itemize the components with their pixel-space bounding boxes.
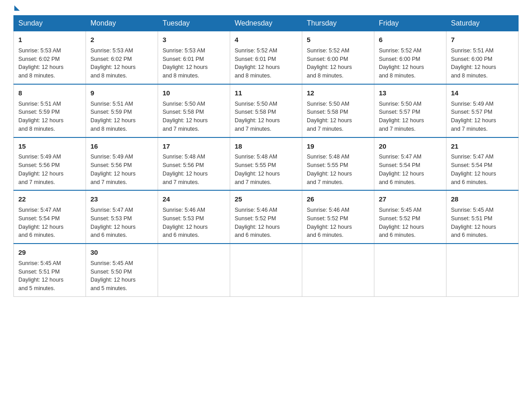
calendar-cell: 16Sunrise: 5:49 AMSunset: 5:56 PMDayligh…: [86, 137, 158, 191]
calendar-week-row: 29Sunrise: 5:45 AMSunset: 5:51 PMDayligh…: [14, 244, 519, 296]
calendar-cell: 6Sunrise: 5:52 AMSunset: 6:00 PMDaylight…: [374, 31, 446, 84]
day-number: 27: [379, 194, 442, 204]
column-header-monday: Monday: [86, 16, 158, 31]
day-number: 20: [379, 141, 442, 151]
day-number: 6: [379, 35, 442, 45]
day-info: Sunrise: 5:53 AMSunset: 6:02 PMDaylight:…: [18, 47, 81, 80]
calendar-cell: 18Sunrise: 5:48 AMSunset: 5:55 PMDayligh…: [230, 137, 302, 191]
day-number: 16: [90, 141, 153, 151]
calendar-cell: [302, 244, 374, 296]
day-info: Sunrise: 5:45 AMSunset: 5:52 PMDaylight:…: [379, 206, 442, 240]
day-number: 24: [163, 194, 225, 204]
calendar-cell: 13Sunrise: 5:50 AMSunset: 5:57 PMDayligh…: [374, 84, 446, 137]
day-number: 30: [90, 248, 153, 257]
calendar-cell: 11Sunrise: 5:50 AMSunset: 5:58 PMDayligh…: [230, 84, 302, 137]
day-number: 5: [307, 35, 369, 45]
calendar-cell: 19Sunrise: 5:48 AMSunset: 5:55 PMDayligh…: [302, 137, 374, 191]
day-number: 12: [307, 88, 369, 98]
calendar-cell: 30Sunrise: 5:45 AMSunset: 5:50 PMDayligh…: [86, 244, 158, 296]
column-header-saturday: Saturday: [446, 16, 519, 31]
day-info: Sunrise: 5:47 AMSunset: 5:54 PMDaylight:…: [379, 153, 442, 186]
calendar-table: SundayMondayTuesdayWednesdayThursdayFrid…: [13, 15, 519, 297]
calendar-cell: 8Sunrise: 5:51 AMSunset: 5:59 PMDaylight…: [14, 84, 86, 137]
day-info: Sunrise: 5:50 AMSunset: 5:58 PMDaylight:…: [163, 100, 225, 133]
calendar-cell: 3Sunrise: 5:53 AMSunset: 6:01 PMDaylight…: [158, 31, 230, 84]
calendar-cell: 28Sunrise: 5:45 AMSunset: 5:51 PMDayligh…: [446, 190, 519, 244]
day-number: 7: [451, 35, 514, 45]
day-info: Sunrise: 5:45 AMSunset: 5:51 PMDaylight:…: [451, 206, 514, 240]
header: [13, 9, 519, 11]
calendar-cell: 1Sunrise: 5:53 AMSunset: 6:02 PMDaylight…: [14, 31, 86, 84]
day-number: 10: [163, 88, 225, 98]
calendar-week-row: 15Sunrise: 5:49 AMSunset: 5:56 PMDayligh…: [14, 137, 519, 191]
day-number: 11: [235, 88, 297, 98]
day-info: Sunrise: 5:48 AMSunset: 5:55 PMDaylight:…: [307, 153, 369, 186]
calendar-cell: [230, 244, 302, 296]
day-info: Sunrise: 5:50 AMSunset: 5:58 PMDaylight:…: [235, 100, 297, 133]
day-info: Sunrise: 5:46 AMSunset: 5:53 PMDaylight:…: [163, 206, 225, 240]
calendar-cell: 22Sunrise: 5:47 AMSunset: 5:54 PMDayligh…: [14, 190, 86, 244]
calendar-cell: [446, 244, 519, 296]
calendar-cell: 5Sunrise: 5:52 AMSunset: 6:00 PMDaylight…: [302, 31, 374, 84]
day-number: 3: [163, 35, 225, 45]
day-info: Sunrise: 5:53 AMSunset: 6:02 PMDaylight:…: [90, 47, 153, 80]
calendar-week-row: 22Sunrise: 5:47 AMSunset: 5:54 PMDayligh…: [14, 190, 519, 244]
calendar-header-row: SundayMondayTuesdayWednesdayThursdayFrid…: [14, 16, 519, 31]
day-info: Sunrise: 5:51 AMSunset: 5:59 PMDaylight:…: [18, 100, 81, 133]
calendar-week-row: 1Sunrise: 5:53 AMSunset: 6:02 PMDaylight…: [14, 31, 519, 84]
day-info: Sunrise: 5:50 AMSunset: 5:57 PMDaylight:…: [379, 100, 442, 133]
calendar-cell: 25Sunrise: 5:46 AMSunset: 5:52 PMDayligh…: [230, 190, 302, 244]
day-info: Sunrise: 5:48 AMSunset: 5:56 PMDaylight:…: [163, 153, 225, 186]
day-info: Sunrise: 5:51 AMSunset: 5:59 PMDaylight:…: [90, 100, 153, 133]
calendar-cell: 21Sunrise: 5:47 AMSunset: 5:54 PMDayligh…: [446, 137, 519, 191]
column-header-sunday: Sunday: [14, 16, 86, 31]
day-number: 19: [307, 141, 369, 151]
day-info: Sunrise: 5:45 AMSunset: 5:51 PMDaylight:…: [18, 259, 81, 293]
day-info: Sunrise: 5:49 AMSunset: 5:56 PMDaylight:…: [18, 153, 81, 186]
column-header-friday: Friday: [374, 16, 446, 31]
calendar-cell: [374, 244, 446, 296]
day-number: 8: [18, 88, 81, 98]
day-number: 15: [18, 141, 81, 151]
calendar-cell: 24Sunrise: 5:46 AMSunset: 5:53 PMDayligh…: [158, 190, 230, 244]
calendar-cell: 9Sunrise: 5:51 AMSunset: 5:59 PMDaylight…: [86, 84, 158, 137]
calendar-cell: 17Sunrise: 5:48 AMSunset: 5:56 PMDayligh…: [158, 137, 230, 191]
calendar-cell: 15Sunrise: 5:49 AMSunset: 5:56 PMDayligh…: [14, 137, 86, 191]
day-info: Sunrise: 5:46 AMSunset: 5:52 PMDaylight:…: [235, 206, 297, 240]
calendar-cell: 26Sunrise: 5:46 AMSunset: 5:52 PMDayligh…: [302, 190, 374, 244]
calendar-cell: 27Sunrise: 5:45 AMSunset: 5:52 PMDayligh…: [374, 190, 446, 244]
day-info: Sunrise: 5:53 AMSunset: 6:01 PMDaylight:…: [163, 47, 225, 80]
day-info: Sunrise: 5:52 AMSunset: 6:01 PMDaylight:…: [235, 47, 297, 80]
day-number: 18: [235, 141, 297, 151]
day-number: 23: [90, 194, 153, 204]
day-number: 9: [90, 88, 153, 98]
day-number: 1: [18, 35, 81, 45]
column-header-tuesday: Tuesday: [158, 16, 230, 31]
day-info: Sunrise: 5:50 AMSunset: 5:58 PMDaylight:…: [307, 100, 369, 133]
calendar-cell: [158, 244, 230, 296]
day-info: Sunrise: 5:47 AMSunset: 5:54 PMDaylight:…: [18, 206, 81, 240]
calendar-cell: 20Sunrise: 5:47 AMSunset: 5:54 PMDayligh…: [374, 137, 446, 191]
day-number: 14: [451, 88, 514, 98]
day-number: 25: [235, 194, 297, 204]
day-info: Sunrise: 5:45 AMSunset: 5:50 PMDaylight:…: [90, 259, 153, 293]
calendar-cell: 14Sunrise: 5:49 AMSunset: 5:57 PMDayligh…: [446, 84, 519, 137]
logo-triangle-icon: [14, 5, 20, 11]
calendar-cell: 7Sunrise: 5:51 AMSunset: 6:00 PMDaylight…: [446, 31, 519, 84]
day-number: 17: [163, 141, 225, 151]
day-info: Sunrise: 5:46 AMSunset: 5:52 PMDaylight:…: [307, 206, 369, 240]
day-number: 29: [18, 248, 81, 257]
day-info: Sunrise: 5:52 AMSunset: 6:00 PMDaylight:…: [307, 47, 369, 80]
column-header-thursday: Thursday: [302, 16, 374, 31]
day-info: Sunrise: 5:49 AMSunset: 5:57 PMDaylight:…: [451, 100, 514, 133]
day-number: 4: [235, 35, 297, 45]
calendar-cell: 2Sunrise: 5:53 AMSunset: 6:02 PMDaylight…: [86, 31, 158, 84]
calendar-cell: 12Sunrise: 5:50 AMSunset: 5:58 PMDayligh…: [302, 84, 374, 137]
day-number: 26: [307, 194, 369, 204]
day-info: Sunrise: 5:49 AMSunset: 5:56 PMDaylight:…: [90, 153, 153, 186]
day-number: 21: [451, 141, 514, 151]
calendar-cell: 4Sunrise: 5:52 AMSunset: 6:01 PMDaylight…: [230, 31, 302, 84]
calendar-cell: 23Sunrise: 5:47 AMSunset: 5:53 PMDayligh…: [86, 190, 158, 244]
calendar-cell: 10Sunrise: 5:50 AMSunset: 5:58 PMDayligh…: [158, 84, 230, 137]
day-number: 22: [18, 194, 81, 204]
